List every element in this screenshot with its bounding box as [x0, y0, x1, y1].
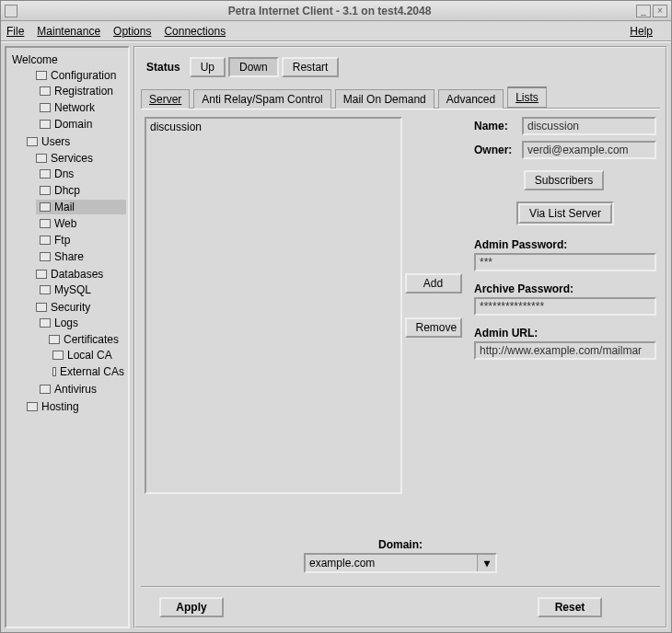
via-list-server-button[interactable]: Via List Server: [518, 203, 612, 224]
page-icon: [27, 402, 38, 411]
mailing-lists-listbox[interactable]: discussion: [145, 117, 402, 494]
page-icon: [27, 137, 38, 146]
domain-value: example.com: [306, 555, 477, 571]
menu-connections[interactable]: Connections: [164, 25, 226, 38]
apply-button[interactable]: Apply: [159, 597, 224, 617]
tab-lists-body: discussion Add Remove Name: Owner:: [141, 109, 660, 581]
page-icon: [40, 252, 51, 261]
domain-label: Domain:: [378, 538, 423, 551]
status-up-button[interactable]: Up: [190, 57, 226, 77]
tree-external-cas[interactable]: External CAs: [49, 364, 126, 379]
folder-icon: [36, 270, 47, 279]
tab-mail-on-demand[interactable]: Mail On Demand: [335, 89, 434, 109]
status-restart-button[interactable]: Restart: [282, 57, 340, 77]
name-field[interactable]: [522, 117, 656, 135]
name-label: Name:: [474, 120, 522, 132]
tree-mysql[interactable]: MySQL: [36, 282, 126, 297]
tree-logs[interactable]: Logs: [36, 316, 126, 330]
menu-maintenance[interactable]: Maintenance: [37, 25, 100, 38]
tree-web[interactable]: Web: [36, 216, 126, 231]
status-down-button[interactable]: Down: [228, 57, 279, 77]
domain-combobox[interactable]: example.com ▾: [304, 553, 497, 573]
window-title: Petra Internet Client - 3.1 on test4.204…: [25, 5, 634, 17]
page-icon: [52, 351, 64, 360]
chevron-down-icon[interactable]: ▾: [477, 555, 495, 571]
admin-password-label: Admin Password:: [474, 238, 656, 251]
menu-file[interactable]: File: [6, 25, 24, 38]
tree-dhcp[interactable]: Dhcp: [36, 183, 126, 198]
page-icon: [40, 86, 51, 96]
archive-password-field[interactable]: [474, 297, 656, 316]
page-icon: [40, 385, 51, 394]
archive-password-label: Archive Password:: [474, 282, 656, 295]
admin-url-field[interactable]: [474, 341, 656, 360]
tree-network[interactable]: Network: [36, 100, 126, 115]
menu-options[interactable]: Options: [113, 25, 151, 38]
admin-password-field[interactable]: [474, 253, 656, 271]
tree-certificates[interactable]: Certificates: [36, 332, 126, 347]
list-details-form: Name: Owner: Subscribers Via List: [467, 117, 656, 531]
tree-registration[interactable]: Registration: [36, 84, 126, 98]
lists-content: discussion Add Remove Name: Owner:: [145, 117, 656, 531]
reset-button[interactable]: Reset: [538, 597, 602, 617]
menu-help[interactable]: Help: [630, 25, 653, 38]
page-icon: [40, 236, 51, 245]
list-item[interactable]: discussion: [150, 121, 397, 133]
page-icon: [40, 120, 51, 129]
page-icon: [40, 186, 51, 195]
page-icon: [52, 367, 56, 376]
page-icon: [40, 103, 51, 112]
admin-url-label: Admin URL:: [474, 327, 656, 340]
folder-icon: [49, 335, 60, 344]
tree-root-welcome[interactable]: Welcome: [10, 52, 126, 67]
tree-domain[interactable]: Domain: [36, 117, 126, 132]
sidebar: Welcome Configuration Registration Net: [5, 46, 130, 628]
owner-field[interactable]: [522, 141, 656, 159]
titlebar: Petra Internet Client - 3.1 on test4.204…: [1, 1, 671, 21]
subscribers-button[interactable]: Subscribers: [524, 170, 604, 190]
status-row: Status Up Down Restart: [141, 53, 660, 86]
folder-icon: [36, 154, 47, 163]
add-button[interactable]: Add: [405, 273, 462, 293]
folder-icon: [36, 303, 47, 312]
tree-configuration[interactable]: Configuration: [23, 68, 126, 83]
footer-buttons: Apply Reset: [141, 586, 660, 621]
tab-server[interactable]: Server: [141, 89, 190, 109]
tree-hosting[interactable]: Hosting: [23, 399, 126, 414]
body: Welcome Configuration Registration Net: [1, 41, 671, 632]
tree-ftp[interactable]: Ftp: [36, 233, 126, 247]
tab-anti-relay[interactable]: Anti Relay/Spam Control: [193, 89, 330, 109]
owner-label: Owner:: [474, 144, 522, 156]
tab-lists[interactable]: Lists: [507, 86, 547, 108]
list-action-buttons: Add Remove: [402, 117, 467, 531]
system-menu-icon[interactable]: [5, 5, 17, 17]
tree-services[interactable]: Services: [23, 151, 126, 166]
tree-databases[interactable]: Databases: [23, 267, 126, 282]
page-icon: [40, 318, 51, 328]
close-button[interactable]: ×: [653, 5, 667, 17]
tab-advanced[interactable]: Advanced: [438, 89, 504, 109]
domain-row: Domain: example.com ▾: [145, 531, 656, 577]
app-window: Petra Internet Client - 3.1 on test4.204…: [0, 0, 672, 633]
tabstrip: Server Anti Relay/Spam Control Mail On D…: [141, 86, 660, 109]
tree-security[interactable]: Security: [23, 300, 126, 315]
status-label: Status: [146, 61, 180, 74]
folder-icon: [36, 71, 47, 80]
minimize-button[interactable]: _: [636, 5, 651, 17]
tree-dns[interactable]: Dns: [36, 167, 126, 181]
tree-mail[interactable]: Mail: [36, 200, 126, 214]
menubar: File Maintenance Options Connections Hel…: [1, 21, 671, 41]
tree-users[interactable]: Users: [23, 134, 126, 149]
main-panel: Status Up Down Restart Server Anti Relay…: [133, 46, 667, 628]
page-icon: [40, 169, 51, 178]
tree-share[interactable]: Share: [36, 249, 126, 264]
nav-tree: Welcome Configuration Registration Net: [8, 52, 126, 416]
page-icon: [40, 285, 51, 294]
tree-antivirus[interactable]: Antivirus: [36, 382, 126, 397]
page-icon: [40, 219, 51, 228]
tree-local-ca[interactable]: Local CA: [49, 348, 126, 363]
page-icon: [40, 202, 51, 212]
remove-button[interactable]: Remove: [405, 317, 462, 338]
